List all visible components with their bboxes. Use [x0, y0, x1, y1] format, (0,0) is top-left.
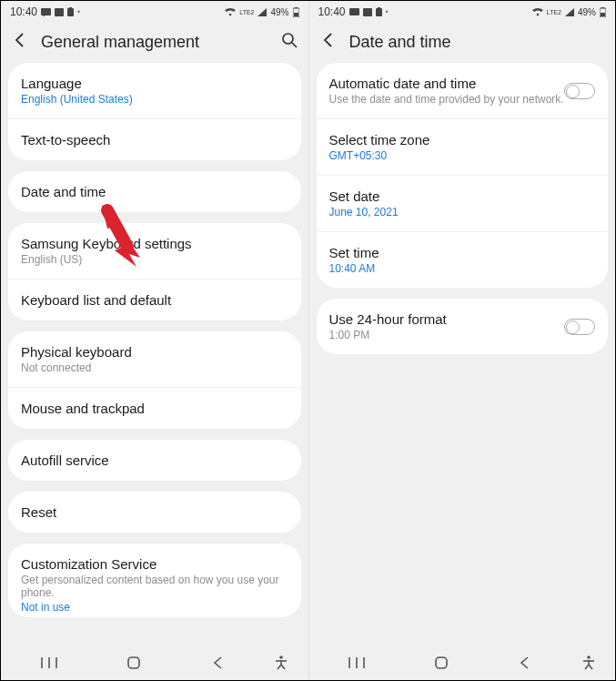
item-sub: English (US) — [21, 253, 288, 266]
item-label: Language — [21, 76, 288, 91]
item-label: Text-to-speech — [21, 132, 288, 147]
svg-point-16 — [279, 656, 283, 659]
more-icon: • — [77, 7, 80, 16]
item-customization[interactable]: Customization Service Get personalized c… — [8, 544, 301, 617]
toggle-auto-date[interactable] — [564, 83, 595, 99]
svg-rect-23 — [363, 8, 372, 16]
item-label: Physical keyboard — [21, 344, 288, 360]
battery-small-icon — [67, 7, 74, 16]
svg-point-10 — [283, 34, 293, 44]
svg-line-38 — [585, 665, 589, 669]
svg-rect-3 — [67, 8, 74, 16]
header: Date and time — [309, 23, 616, 63]
battery-percent: 49% — [270, 7, 288, 17]
svg-point-35 — [587, 656, 591, 659]
nav-bar — [309, 645, 616, 680]
item-sub: Get personalized content based on how yo… — [21, 574, 288, 599]
item-label: Reset — [21, 504, 288, 520]
header: General management — [1, 23, 308, 63]
svg-line-39 — [589, 665, 592, 669]
item-label: Customization Service — [21, 556, 288, 572]
back-icon[interactable] — [12, 32, 28, 52]
svg-rect-0 — [41, 8, 51, 15]
svg-rect-4 — [69, 7, 72, 8]
item-reset[interactable]: Reset — [8, 492, 301, 533]
status-time: 10:40 — [10, 5, 37, 18]
item-label: Date and time — [21, 184, 288, 199]
svg-rect-24 — [376, 8, 382, 16]
svg-rect-25 — [378, 7, 380, 8]
svg-rect-34 — [436, 657, 447, 668]
item-auto-date-time[interactable]: Automatic date and time Use the date and… — [317, 63, 609, 119]
item-mouse-trackpad[interactable]: Mouse and trackpad — [8, 388, 301, 429]
settings-list: Automatic date and time Use the date and… — [309, 63, 616, 645]
svg-rect-29 — [601, 13, 605, 16]
wifi-icon — [225, 8, 236, 16]
item-physical-keyboard[interactable]: Physical keyboard Not connected — [8, 331, 301, 388]
status-bar: 10:40 • LTE2 49% — [309, 1, 616, 23]
signal-icon — [565, 8, 574, 16]
nav-back-icon[interactable] — [483, 656, 568, 669]
item-sub: June 10, 2021 — [329, 206, 596, 219]
svg-rect-9 — [295, 7, 298, 8]
item-samsung-keyboard[interactable]: Samsung Keyboard settings English (US) — [8, 223, 301, 280]
message-icon — [349, 8, 359, 16]
svg-marker-6 — [258, 8, 267, 16]
image-icon — [363, 8, 372, 16]
back-icon[interactable] — [320, 32, 337, 52]
svg-marker-27 — [565, 8, 574, 16]
item-label: Autofill service — [21, 452, 288, 468]
item-sub2: Not in use — [21, 601, 288, 614]
nav-accessibility-icon[interactable] — [568, 656, 610, 670]
battery-percent: 49% — [578, 7, 596, 17]
nav-home-icon[interactable] — [399, 655, 483, 671]
image-icon — [55, 8, 64, 16]
nav-recents-icon[interactable] — [315, 656, 399, 669]
item-date-and-time[interactable]: Date and time — [8, 171, 301, 212]
item-time-zone[interactable]: Select time zone GMT+05:30 — [317, 119, 609, 176]
search-icon[interactable] — [281, 32, 298, 52]
network-label: LTE2 — [239, 9, 254, 15]
battery-icon — [293, 7, 299, 17]
page-title: Date and time — [349, 33, 605, 52]
battery-small-icon — [376, 7, 382, 16]
svg-rect-2 — [55, 8, 64, 16]
item-label: Samsung Keyboard settings — [21, 236, 288, 251]
item-label: Use 24-hour format — [329, 311, 565, 327]
svg-rect-8 — [294, 13, 298, 16]
item-label: Set date — [329, 188, 596, 204]
battery-icon — [600, 7, 606, 17]
item-sub: Use the date and time provided by your n… — [329, 93, 565, 106]
screen-date-and-time: 10:40 • LTE2 49% — [308, 1, 616, 680]
nav-back-icon[interactable] — [176, 656, 260, 669]
item-sub: English (United States) — [21, 93, 288, 106]
svg-rect-30 — [601, 7, 604, 8]
item-autofill[interactable]: Autofill service — [8, 440, 301, 481]
item-label: Automatic date and time — [329, 76, 565, 91]
item-sub: GMT+05:30 — [329, 149, 596, 162]
item-keyboard-list[interactable]: Keyboard list and default — [8, 280, 301, 320]
svg-marker-1 — [43, 15, 45, 16]
screen-general-management: 10:40 • LTE2 49% — [1, 1, 308, 680]
svg-line-20 — [281, 665, 285, 669]
network-label: LTE2 — [547, 9, 561, 15]
status-bar: 10:40 • LTE2 49% — [1, 1, 308, 23]
item-sub: Not connected — [21, 361, 288, 374]
svg-rect-22 — [349, 8, 359, 15]
wifi-icon — [532, 8, 543, 16]
message-icon — [41, 8, 51, 16]
item-set-time[interactable]: Set time 10:40 AM — [317, 232, 609, 288]
nav-accessibility-icon[interactable] — [260, 656, 303, 670]
item-language[interactable]: Language English (United States) — [8, 63, 301, 119]
svg-line-11 — [292, 43, 297, 47]
svg-rect-15 — [128, 657, 139, 668]
item-sub: 10:40 AM — [329, 262, 596, 275]
nav-recents-icon[interactable] — [6, 656, 91, 669]
item-label: Mouse and trackpad — [21, 401, 288, 416]
svg-point-26 — [536, 13, 539, 15]
item-24h-format[interactable]: Use 24-hour format 1:00 PM — [317, 299, 609, 354]
item-set-date[interactable]: Set date June 10, 2021 — [317, 176, 609, 232]
toggle-24h[interactable] — [564, 319, 595, 335]
nav-home-icon[interactable] — [91, 655, 176, 671]
item-text-to-speech[interactable]: Text-to-speech — [8, 119, 301, 160]
